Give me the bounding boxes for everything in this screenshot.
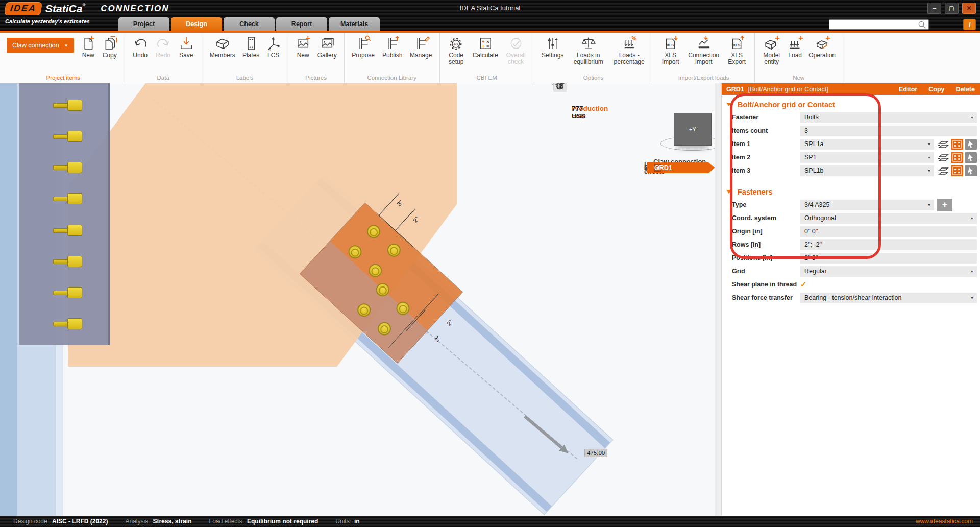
ribbon: Claw connection▼ New Copy Project items … [0, 33, 980, 83]
grid-select[interactable]: Regular [800, 266, 977, 277]
loads-percent-icon [621, 35, 638, 52]
connection-upload-icon [384, 35, 401, 52]
anchor-bolt-head [67, 256, 82, 267]
section-fasteners[interactable]: Fasteners [722, 185, 980, 198]
add-bolt-assembly-button[interactable]: + [937, 199, 952, 211]
close-button[interactable]: ✕ [962, 3, 976, 14]
rows-input[interactable]: 2"; -2" [800, 239, 977, 250]
panel-splitter[interactable] [715, 83, 722, 516]
select-plate-icon[interactable] [965, 165, 977, 176]
section-bolt-anchor-grid[interactable]: Bolt/Anchor grid or Contact [722, 98, 980, 111]
sliders-icon [544, 35, 561, 52]
collapse-triangle-icon [726, 190, 731, 194]
status-bar: Design code:AISC - LRFD (2022) Analysis:… [0, 516, 980, 527]
anchor-bolt-head [67, 318, 82, 329]
shear-plane-checkbox[interactable]: ✓ [800, 280, 807, 289]
swap-plates-icon[interactable] [937, 165, 949, 176]
propose-button[interactable]: Propose [349, 34, 378, 59]
website-link[interactable]: www.ideastatica.com [916, 518, 973, 525]
viewcube[interactable]: +Y [674, 113, 712, 146]
members-labels-button[interactable]: Members [207, 34, 238, 59]
new-operation-button[interactable]: Operation [806, 34, 838, 59]
idea-statica-window: IDEA StatiCa® CONNECTION IDEA StatiCa tu… [0, 0, 980, 527]
maximize-button[interactable]: ▢ [945, 3, 959, 14]
new-picture-button[interactable]: New [293, 34, 313, 59]
xls-download-icon [662, 35, 679, 52]
home-view-button[interactable] [553, 83, 567, 92]
model-viewport[interactable]: 3" 2" 2" 2" 475.00 +Y [0, 83, 715, 516]
origin-input[interactable]: 0" 0" [800, 226, 977, 237]
property-row-item1: Item 1 SPL1a [722, 137, 980, 151]
title-bar: IDEA StatiCa® CONNECTION IDEA StatiCa tu… [0, 0, 980, 31]
property-row-item2: Item 2 SP1 [722, 151, 980, 164]
search-input[interactable] [829, 19, 929, 30]
copy-project-item-button[interactable]: Copy [100, 34, 120, 59]
xls-export-button[interactable]: XLS Export [724, 34, 750, 65]
connection-selector-dropdown[interactable]: Claw connection▼ [7, 38, 74, 53]
info-button[interactable]: i [963, 19, 976, 30]
bolt-grid-icon[interactable] [951, 139, 963, 150]
bolt [373, 280, 392, 299]
loads-percentage-button[interactable]: Loads - percentage [610, 34, 648, 65]
gallery-button[interactable]: Gallery [315, 34, 339, 59]
new-project-item-button[interactable]: New [79, 34, 98, 59]
item1-select[interactable]: SPL1a [800, 139, 934, 150]
ribbon-group-data: Undo Redo Save Data [125, 33, 202, 83]
balance-scale-icon [580, 35, 597, 52]
tree-item-grd1-selected[interactable]: GRD1 [647, 162, 715, 173]
status-load-effects: Load effects:Equilibrium not required [209, 518, 318, 525]
redo-button[interactable]: Redo [153, 34, 174, 59]
undo-button[interactable]: Undo [130, 34, 151, 59]
tab-project[interactable]: Project [118, 17, 169, 31]
plates-labels-button[interactable]: Plates [240, 34, 262, 59]
minimize-button[interactable]: – [927, 3, 941, 14]
bolt-type-select[interactable]: 3/4 A325 [800, 200, 934, 210]
bolt-grid-icon[interactable] [951, 165, 963, 176]
tab-design[interactable]: Design [171, 17, 222, 31]
tab-report[interactable]: Report [276, 17, 327, 31]
bolt-grid-icon[interactable] [951, 152, 963, 163]
settings-button[interactable]: Settings [539, 34, 567, 59]
save-button[interactable]: Save [176, 34, 197, 59]
copy-operation-button[interactable]: Copy [928, 86, 944, 93]
bolt [394, 299, 412, 318]
loads-in-equilibrium-button[interactable]: Loads in equilibrium [568, 34, 609, 65]
code-setup-button[interactable]: Code setup [445, 34, 468, 65]
select-plate-icon[interactable] [965, 139, 977, 150]
tab-check[interactable]: Check [224, 17, 275, 31]
property-row-grid: Grid Regular [722, 265, 980, 278]
lcs-labels-button[interactable]: LCS [264, 34, 283, 59]
property-row-type: Type 3/4 A325 + [722, 198, 980, 211]
xls-import-button[interactable]: XLS Import [658, 34, 683, 65]
shear-transfer-select[interactable]: Bearing - tension/shear interaction [800, 293, 977, 303]
tab-materials[interactable]: Materials [329, 17, 380, 31]
anchor-bolt-head [67, 193, 82, 204]
calculate-button[interactable]: Calculate [470, 34, 501, 59]
item3-select[interactable]: SPL1b [800, 165, 934, 176]
coord-system-select[interactable]: Orthogonal [800, 213, 977, 224]
manage-button[interactable]: Manage [407, 34, 435, 59]
editor-button[interactable]: Editor [899, 86, 917, 93]
anchor-bolt-head [67, 287, 82, 298]
plate-icon [242, 35, 260, 52]
ribbon-group-options: Settings Loads in equilibrium Loads - pe… [534, 33, 653, 83]
items-count-input[interactable]: 3 [800, 126, 977, 136]
connection-import-button[interactable]: Connection Import [685, 34, 723, 65]
model-entity-button[interactable]: Model entity [760, 34, 784, 65]
collapse-triangle-icon [726, 103, 731, 106]
swap-plates-icon[interactable] [937, 152, 949, 163]
undo-icon [132, 35, 149, 52]
publish-button[interactable]: Publish [379, 34, 406, 59]
item2-select[interactable]: SP1 [800, 152, 934, 163]
positions-input[interactable]: 2" 3" [800, 253, 977, 264]
swap-plates-icon[interactable] [937, 139, 949, 150]
property-row-origin: Origin [in] 0" 0" [722, 225, 980, 238]
copy-document-icon [101, 35, 118, 52]
new-load-button[interactable]: Load [786, 34, 805, 59]
operation-code: GRD1 [726, 86, 744, 93]
overall-check-button[interactable]: Overall check [503, 34, 529, 65]
operation-header: GRD1 [Bolt/Anchor grid or Contact] Edito… [722, 83, 980, 95]
delete-operation-button[interactable]: Delete [955, 86, 975, 93]
fastener-select[interactable]: Bolts [800, 112, 977, 123]
select-plate-icon[interactable] [965, 152, 977, 163]
